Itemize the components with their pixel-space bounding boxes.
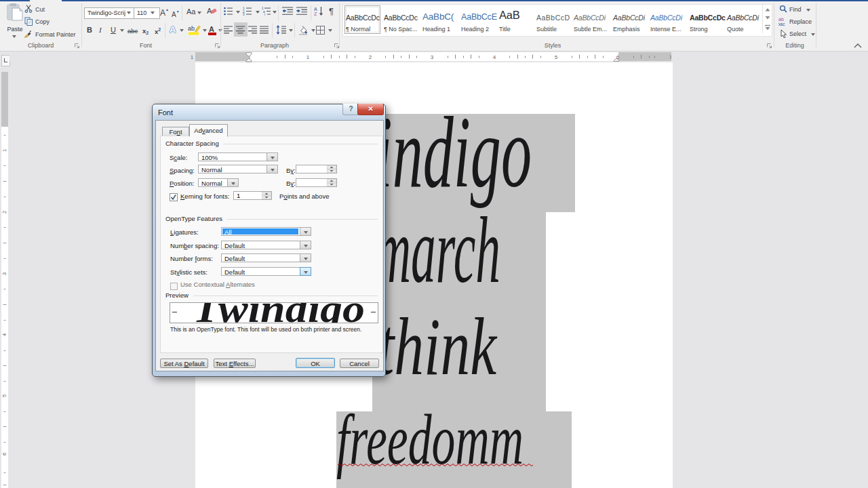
svg-text:ab: ab — [778, 17, 784, 22]
svg-text:1: 1 — [191, 54, 194, 60]
svg-text:A: A — [314, 7, 317, 12]
svg-text:freedomm: freedomm — [336, 400, 524, 479]
svg-text:think: think — [378, 302, 498, 392]
svg-text:2: 2 — [1, 211, 7, 214]
svg-text:march: march — [375, 197, 500, 302]
svg-text:i: i — [264, 13, 265, 16]
svg-text:ac: ac — [780, 22, 785, 26]
svg-text:6: 6 — [1, 453, 7, 455]
svg-text:Twindigo: Twindigo — [193, 303, 365, 323]
svg-text:ab: ab — [188, 25, 195, 32]
svg-text:4: 4 — [1, 333, 7, 336]
svg-text:3: 3 — [1, 272, 7, 275]
svg-text:Z: Z — [314, 12, 317, 16]
svg-text:1: 1 — [1, 149, 7, 152]
svg-text:5: 5 — [1, 394, 7, 397]
svg-text:3: 3 — [243, 13, 245, 16]
